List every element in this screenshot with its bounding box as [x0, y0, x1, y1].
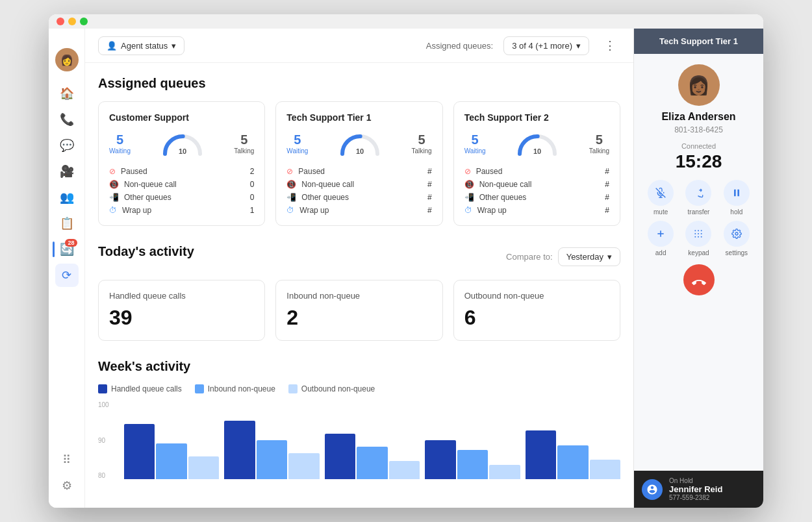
activity-header: Today's activity Compare to: Yesterday ▾ — [98, 244, 620, 269]
legend-label-handled: Handled queue calls — [111, 384, 182, 393]
bar-group-5 — [526, 430, 620, 479]
phone-icon: 📵 — [109, 180, 119, 189]
on-hold-bar: On Hold Jennifer Reid 577-559-2382 — [634, 471, 763, 508]
bar-group-2 — [224, 421, 319, 479]
waiting-stat: 5 Waiting — [109, 132, 131, 155]
paused-icon: ⊘ — [109, 167, 116, 176]
metric-value: # — [605, 206, 609, 215]
more-options-button[interactable]: ⋮ — [600, 35, 620, 56]
talking-label: Talking — [589, 147, 609, 155]
transfer-button[interactable]: transfer — [685, 180, 711, 216]
metric-value: # — [605, 193, 609, 202]
metric-paused: ⊘ Paused # — [286, 167, 431, 176]
bar-outbound — [188, 456, 219, 479]
metric-value: 0 — [250, 193, 255, 202]
metric-wrap-up: ⏱ Wrap up # — [464, 206, 609, 215]
talking-number: 5 — [240, 132, 247, 147]
talking-number: 5 — [418, 132, 425, 147]
metric-name: Other queues — [301, 193, 422, 202]
sidebar-item-tasks[interactable]: 📋 — [55, 212, 79, 235]
agent-status-button[interactable]: 👤 Agent status ▾ — [98, 36, 184, 55]
user-icon: 👤 — [107, 41, 117, 51]
sidebar-item-calls[interactable]: 📞 — [55, 108, 79, 131]
bar-handled — [526, 430, 556, 479]
chevron-down-icon: ▾ — [576, 41, 581, 51]
phone-icon: 📵 — [464, 180, 474, 189]
add-icon — [648, 221, 674, 247]
chevron-down-icon: ▾ — [171, 41, 176, 51]
other-queues-icon: 📲 — [464, 193, 474, 202]
settings-label: settings — [726, 249, 748, 256]
metric-non-queue: 📵 Non-queue call 0 — [109, 180, 254, 189]
keypad-button[interactable]: keypad — [685, 221, 711, 256]
sidebar-item-video[interactable]: 🎥 — [55, 160, 79, 183]
bar-outbound — [389, 461, 420, 479]
activity-card-handled: Handled queue calls 39 — [98, 280, 265, 341]
sidebar-item-home[interactable]: 🏠 — [55, 82, 79, 105]
queue-cards: Customer Support 5 Waiting 10 — [98, 101, 620, 226]
bar-outbound — [590, 460, 620, 479]
queue-metrics: ⊘ Paused # 📵 Non-queue call # 📲 Other qu… — [464, 167, 609, 215]
svg-point-14 — [698, 233, 699, 234]
metric-non-queue: 📵 Non-queue call # — [286, 180, 431, 189]
sidebar-item-queue[interactable]: 🔄 28 — [55, 238, 79, 261]
activity-card-inbound: Inbound non-queue 2 — [275, 280, 442, 341]
talking-stat: 5 Talking — [589, 132, 609, 155]
bar-inbound — [257, 440, 287, 479]
sidebar-item-settings[interactable]: ⚙ — [55, 474, 79, 497]
right-panel: Tech Support Tier 1 👩🏾 Eliza Andersen 80… — [633, 29, 763, 508]
chart-legend: Handled queue calls Inbound non-queue Ou… — [98, 384, 620, 393]
card-value: 6 — [464, 306, 609, 330]
queue-selector[interactable]: 3 of 4 (+1 more) ▾ — [503, 36, 589, 55]
legend-handled: Handled queue calls — [98, 384, 182, 393]
paused-icon: ⊘ — [464, 167, 471, 176]
legend-outbound: Outbound non-queue — [288, 384, 375, 393]
queue-card-tech-1: Tech Support Tier 1 5 Waiting 10 — [275, 101, 442, 226]
svg-point-16 — [695, 236, 696, 238]
user-avatar[interactable]: 👩 — [55, 48, 79, 71]
phone-icon: 📵 — [286, 180, 296, 189]
compare-select[interactable]: Yesterday ▾ — [558, 247, 620, 266]
sidebar-item-apps[interactable]: ⠿ — [55, 448, 79, 471]
titlebar — [49, 14, 763, 29]
call-timer: 15:28 — [634, 151, 763, 172]
bar-handled — [224, 421, 255, 479]
metric-name: Other queues — [479, 193, 600, 202]
hold-icon — [724, 180, 750, 206]
close-button[interactable] — [57, 18, 64, 25]
bar-handled — [124, 424, 155, 479]
add-button[interactable]: add — [648, 221, 674, 256]
sidebar-item-messages[interactable]: 💬 — [55, 134, 79, 157]
svg-point-13 — [695, 233, 696, 234]
hold-button[interactable]: hold — [724, 180, 750, 216]
settings-button[interactable]: settings — [724, 221, 750, 256]
svg-text:10: 10 — [178, 147, 186, 155]
connected-label: Connected — [634, 142, 763, 150]
paused-icon: ⊘ — [286, 167, 293, 176]
talking-label: Talking — [412, 147, 432, 155]
svg-text:10: 10 — [533, 147, 541, 155]
transfer-label: transfer — [688, 208, 710, 216]
maximize-button[interactable] — [80, 18, 88, 25]
metric-other-queues: 📲 Other queues # — [464, 193, 609, 202]
bar-group-4 — [425, 440, 520, 479]
queue-card-title: Tech Support Tier 1 — [286, 112, 431, 123]
minimize-button[interactable] — [68, 18, 76, 25]
contact-phone: 801-318-6425 — [634, 125, 763, 134]
waiting-stat: 5 Waiting — [464, 132, 486, 155]
sidebar-item-active[interactable]: ⟳ — [55, 264, 79, 287]
metric-value: # — [605, 180, 609, 189]
other-queues-icon: 📲 — [109, 193, 119, 202]
add-label: add — [655, 249, 666, 256]
sidebar-item-contacts[interactable]: 👥 — [55, 186, 79, 209]
metric-value: 0 — [250, 180, 255, 189]
queue-card-title: Tech Support Tier 2 — [464, 112, 609, 123]
metric-non-queue: 📵 Non-queue call # — [464, 180, 609, 189]
mute-button[interactable]: mute — [648, 180, 674, 216]
svg-text:10: 10 — [356, 147, 364, 155]
keypad-label: keypad — [688, 249, 709, 256]
end-call-button[interactable] — [683, 264, 715, 295]
legend-label-inbound: Inbound non-queue — [208, 384, 275, 393]
metric-value: # — [605, 167, 609, 176]
metric-paused: ⊘ Paused 2 — [109, 167, 254, 176]
